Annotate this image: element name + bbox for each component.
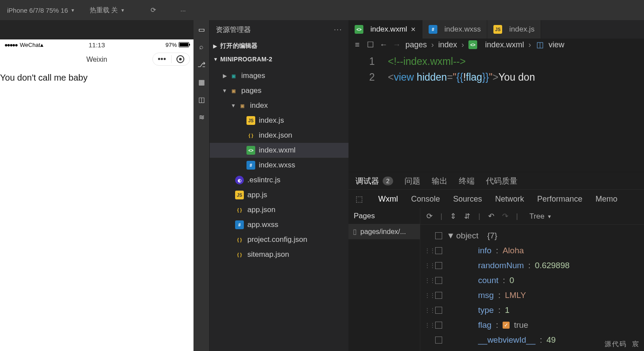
drag-icon[interactable]: ⋮⋮ [425, 243, 431, 258]
collapse-icon[interactable]: ⇕ [450, 212, 456, 221]
tab-index-wxml[interactable]: <> index.wxml ✕ [348, 20, 422, 39]
devtools-tab-performance[interactable]: Performance [537, 195, 582, 204]
tab-label: index.wxss [444, 25, 481, 34]
docker-icon[interactable]: ≋ [197, 112, 206, 122]
wxml-file-icon: <> [468, 40, 477, 49]
file-sitemap[interactable]: { } sitemap.json [210, 247, 348, 262]
project-section[interactable]: ▼ MINIPROGRAM-2 [210, 53, 348, 66]
panel-tab-terminal[interactable]: 终端 [459, 176, 475, 186]
drag-icon[interactable]: ⋮⋮ [425, 258, 431, 273]
tree-prop-flag[interactable]: ⋮⋮ flag : ✓ true [425, 318, 640, 333]
devtools-tab-console[interactable]: Console [411, 195, 440, 204]
folder-images[interactable]: ▶ ▣ images [210, 68, 348, 83]
forward-icon[interactable]: → [392, 40, 401, 50]
tree-prop-randomnum[interactable]: ⋮⋮ randomNum : 0.629898 [425, 258, 640, 273]
search-icon[interactable]: ⌕ [197, 42, 206, 52]
json-file-icon: { } [246, 131, 255, 140]
panel-tabs: 调试器 2 问题 输出 终端 代码质量 [348, 172, 644, 189]
panel-tab-codequality[interactable]: 代码质量 [486, 176, 517, 186]
tree-prop-type[interactable]: ⋮⋮ type : 1 [425, 303, 640, 318]
capsule-menu-button[interactable]: ••• [153, 55, 171, 64]
devtools-tab-network[interactable]: Network [495, 195, 524, 204]
breadcrumb-item[interactable]: pages [405, 40, 427, 50]
extensions-icon[interactable]: ▦ [197, 77, 206, 87]
tree-prop-msg[interactable]: ⋮⋮ msg : LMLY [425, 288, 640, 303]
file-label: app.wxss [247, 220, 348, 229]
drag-icon[interactable]: ⋮⋮ [425, 303, 431, 318]
tree-prop-count[interactable]: ⋮⋮ count : 0 [425, 273, 640, 288]
bookmark-icon[interactable]: ☐ [366, 40, 375, 50]
folder-index[interactable]: ▼ ▣ index [210, 98, 348, 113]
back-icon[interactable]: ← [379, 40, 388, 50]
split-icon[interactable]: ◫ [197, 95, 206, 104]
file-app-json[interactable]: { } app.json [210, 202, 348, 217]
data-tree: ▼ object {7} ⋮⋮ info : Aloha ⋮⋮ [420, 225, 644, 351]
file-index-js[interactable]: JS index.js [210, 113, 348, 128]
redo-icon[interactable]: ↷ [502, 212, 508, 221]
folder-icon: ▣ [238, 101, 246, 110]
chevron-down-icon: ▼ [547, 214, 552, 219]
box-icon [435, 277, 442, 284]
tab-index-js[interactable]: JS index.js [487, 20, 541, 39]
code-editor[interactable]: 1 <!--index.wxml--> 2 <view hidden="{{!f… [348, 51, 644, 85]
box-icon [435, 262, 442, 269]
refresh-icon[interactable]: ⟳ [426, 212, 433, 221]
explorer-more-button[interactable]: ··· [334, 26, 342, 34]
hot-reload-toggle[interactable]: 热重载 关 ▼ [86, 4, 128, 16]
file-index-json[interactable]: { } index.json [210, 128, 348, 143]
wxss-file-icon: # [429, 25, 437, 34]
phone-frame: ●●●●● WeChat ▴ 11:13 97% Weixin ••• You … [0, 39, 194, 351]
device-selector[interactable]: iPhone 6/7/8 75% 16 ▼ [4, 5, 78, 16]
inspect-icon[interactable]: ⬚ [355, 194, 365, 204]
tree-node-object[interactable]: ▼ object {7} [425, 228, 640, 243]
expand-icon[interactable]: ⇵ [464, 212, 470, 221]
breadcrumb-item[interactable]: view [549, 40, 564, 50]
editor-tabs: <> index.wxml ✕ # index.wxss JS index.js [348, 20, 644, 39]
panel-tab-output[interactable]: 输出 [432, 176, 447, 186]
breadcrumb-item[interactable]: index.wxml [485, 40, 524, 50]
drag-icon[interactable]: ⋮⋮ [425, 318, 431, 333]
page-path-row[interactable]: ▯ pages/index/... [348, 224, 420, 239]
open-editors-label: 打开的编辑器 [220, 42, 258, 50]
undo-icon[interactable]: ↶ [488, 212, 494, 221]
close-icon[interactable]: ✕ [411, 26, 416, 33]
activity-bar: ▭ ⌕ ⎇ ▦ ◫ ≋ [194, 20, 209, 351]
file-index-wxml[interactable]: <> index.wxml [210, 143, 348, 158]
js-file-icon: JS [493, 25, 502, 34]
chevron-right-icon: › [528, 40, 531, 50]
file-index-wxss[interactable]: # index.wxss [210, 158, 348, 173]
refresh-icon[interactable]: ⟳ [148, 5, 158, 15]
list-icon[interactable]: ≡ [353, 40, 362, 50]
file-app-js[interactable]: JS app.js [210, 188, 348, 202]
file-label: .eslintrc.js [247, 176, 348, 184]
devtools-tab-sources[interactable]: Sources [453, 195, 482, 204]
breadcrumb-item[interactable]: index [438, 40, 457, 50]
devtools-pages-pane: Pages ▯ pages/index/... [348, 208, 420, 351]
devtools-tab-memory[interactable]: Memo [595, 195, 617, 204]
checkbox-checked-icon[interactable]: ✓ [503, 322, 510, 329]
capsule-close-button[interactable] [172, 55, 190, 63]
file-app-wxss[interactable]: # app.wxss [210, 217, 348, 232]
signal-icon: ●●●●● [4, 42, 17, 48]
open-editors-section[interactable]: ▶ 打开的编辑器 [210, 39, 348, 53]
drag-icon[interactable]: ⋮⋮ [425, 273, 431, 288]
devtools-tab-wxml[interactable]: Wxml [378, 195, 398, 204]
breadcrumb: ≡ ☐ ← → pages › index › <> index.wxml › … [348, 39, 644, 51]
pages-heading: Pages [348, 208, 420, 224]
more-icon[interactable]: ··· [178, 5, 188, 15]
panel-tab-debugger[interactable]: 调试器 2 [355, 176, 393, 186]
wxml-file-icon: <> [355, 25, 363, 34]
panel-tab-problems[interactable]: 问题 [405, 176, 420, 186]
chevron-right-icon: › [431, 40, 434, 50]
view-mode-selector[interactable]: Tree ▼ [529, 212, 552, 221]
files-icon[interactable]: ▭ [197, 25, 206, 34]
drag-icon[interactable]: ⋮⋮ [425, 288, 431, 303]
folder-icon: ▣ [229, 86, 238, 95]
file-eslintrc[interactable]: ◐ .eslintrc.js [210, 173, 348, 188]
line-number: 1 [348, 53, 388, 69]
tree-prop-info[interactable]: ⋮⋮ info : Aloha [425, 243, 640, 258]
branch-icon[interactable]: ⎇ [197, 60, 206, 69]
file-project-config[interactable]: { } project.config.json [210, 232, 348, 247]
tab-index-wxss[interactable]: # index.wxss [422, 20, 487, 39]
folder-pages[interactable]: ▼ ▣ pages [210, 83, 348, 98]
